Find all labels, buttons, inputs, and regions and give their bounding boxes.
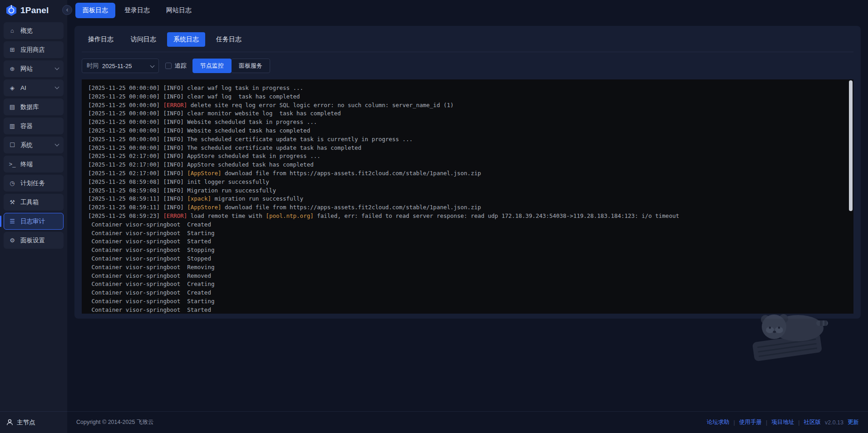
log-line: Container visor-springboot Starting [88, 229, 847, 238]
log-line: Container visor-springboot Stopped [88, 255, 847, 263]
log-line: Container visor-springboot Creating [88, 280, 847, 289]
sidebar-item-logs[interactable]: ☰日志审计 [4, 213, 64, 230]
log-lines: [2025-11-25 00:00:00] [INFO] clear waf l… [88, 84, 847, 314]
sidebar-item-label: 概览 [20, 27, 33, 35]
main-node-label: 主节点 [17, 418, 35, 427]
log-type-tab[interactable]: 操作日志 [82, 32, 120, 47]
sidebar-item-label: 面板设置 [20, 236, 45, 245]
log-terminal[interactable]: [2025-11-25 00:00:00] [INFO] clear waf l… [82, 79, 853, 314]
log-line: [2025-11-25 00:00:00] [ERROR] delete sit… [88, 101, 847, 110]
log-line: Container visor-springboot Starting [88, 297, 847, 306]
update-link[interactable]: 更新 [848, 418, 859, 426]
sidebar-item-toolbox[interactable]: ⚒工具箱 [4, 194, 64, 211]
sidebar-item-home[interactable]: ⌂概览 [4, 22, 64, 39]
sidebar-item-database[interactable]: ▤数据库 [4, 98, 64, 115]
logs-icon: ☰ [9, 218, 16, 225]
log-panel-card: 操作日志访问日志系统日志任务日志 时间 2025-11-25 追踪 节点监控面板… [74, 26, 861, 319]
log-line: Container visor-springboot Removed [88, 272, 847, 280]
terminal-icon: >_ [9, 161, 16, 167]
trace-option: 追踪 [165, 62, 187, 70]
header-tab[interactable]: 登录日志 [117, 3, 157, 18]
log-line: [2025-11-25 00:00:00] [INFO] clear waf l… [88, 84, 847, 93]
header-tabs-bar: ‹ 面板日志登录日志网站日志 [67, 0, 868, 20]
trace-checkbox[interactable] [165, 63, 172, 69]
sidebar-item-system[interactable]: ☐系统 [4, 137, 64, 153]
sidebar-item-label: 终端 [20, 160, 33, 168]
sidebar-item-schedule[interactable]: ◷计划任务 [4, 175, 64, 192]
filter-row: 时间 2025-11-25 追踪 节点监控面板服务 [82, 59, 853, 73]
log-line: [2025-11-25 00:00:00] [INFO] clear waf l… [88, 93, 847, 101]
log-line: [2025-11-25 00:00:00] [INFO] The schedul… [88, 135, 847, 144]
sidebar: 1Panel ⌂概览⊞应用商店⊕网站◈AI▤数据库▥容器☐系统>_终端◷计划任务… [0, 0, 67, 433]
log-line: Container visor-springboot Started [88, 237, 847, 246]
log-line: [2025-11-25 08:59:08] [INFO] init logger… [88, 178, 847, 187]
sidebar-item-label: 工具箱 [20, 198, 39, 207]
home-icon: ⌂ [9, 27, 16, 34]
version-text: v2.0.13 [825, 419, 843, 426]
sidebar-item-settings[interactable]: ⚙面板设置 [4, 232, 64, 249]
log-line: Container visor-springboot Created [88, 289, 847, 297]
log-line: Container visor-springboot Stopping [88, 246, 847, 255]
system-icon: ☐ [9, 142, 16, 148]
terminal-scrollbar [849, 80, 853, 313]
link-separator: | [766, 419, 767, 426]
log-line: [2025-11-25 00:00:00] [INFO] Website sch… [88, 118, 847, 127]
chevron-down-icon [55, 85, 59, 89]
log-type-tab[interactable]: 系统日志 [167, 32, 205, 47]
log-line: Container visor-springboot Removing [88, 263, 847, 272]
source-button-group: 节点监控面板服务 [193, 59, 270, 73]
brand-name: 1Panel [20, 5, 49, 15]
sidebar-item-label: 计划任务 [20, 179, 45, 187]
logo: 1Panel [0, 0, 67, 20]
1panel-logo-icon [5, 5, 17, 16]
store-icon: ⊞ [9, 46, 16, 53]
sidebar-item-globe[interactable]: ⊕网站 [4, 60, 64, 77]
footer-link[interactable]: 使用手册 [739, 418, 762, 426]
ai-icon: ◈ [9, 84, 16, 91]
sidebar-item-container[interactable]: ▥容器 [4, 118, 64, 134]
sidebar-item-ai[interactable]: ◈AI [4, 79, 64, 96]
log-line: Container visor-springboot Started [88, 306, 847, 314]
sidebar-item-label: AI [20, 84, 26, 91]
copyright-text: Copyright © 2014-2025 飞致云 [76, 418, 153, 426]
footer-link[interactable]: 社区版 [804, 418, 821, 426]
header-tab[interactable]: 面板日志 [75, 3, 115, 18]
log-line: [2025-11-25 08:59:08] [INFO] Migration r… [88, 187, 847, 195]
log-line: [2025-11-25 00:00:00] [INFO] The schedul… [88, 144, 847, 153]
source-button[interactable]: 节点监控 [192, 59, 232, 73]
globe-icon: ⊕ [9, 65, 16, 72]
sidebar-item-label: 系统 [20, 141, 33, 149]
app-root: 1Panel ⌂概览⊞应用商店⊕网站◈AI▤数据库▥容器☐系统>_终端◷计划任务… [0, 0, 868, 433]
main-node[interactable]: 主节点 [0, 411, 67, 433]
footer: Copyright © 2014-2025 飞致云 论坛求助|使用手册|项目地址… [67, 411, 868, 433]
sidebar-item-terminal[interactable]: >_终端 [4, 156, 64, 172]
toolbox-icon: ⚒ [9, 199, 16, 206]
schedule-icon: ◷ [9, 180, 16, 187]
link-separator: | [798, 419, 799, 426]
sidebar-item-label: 应用商店 [20, 46, 45, 54]
time-filter-select[interactable]: 时间 2025-11-25 [82, 59, 159, 73]
main-area: ‹ 面板日志登录日志网站日志 操作日志访问日志系统日志任务日志 时间 2025-… [67, 0, 868, 433]
log-type-tab[interactable]: 访问日志 [124, 32, 163, 47]
log-type-tab[interactable]: 任务日志 [210, 32, 248, 47]
header-tab[interactable]: 网站日志 [159, 3, 199, 18]
log-line: [2025-11-25 08:59:23] [ERROR] load remot… [88, 212, 847, 221]
source-button[interactable]: 面板服务 [231, 59, 270, 73]
user-icon [6, 419, 13, 426]
chevron-down-icon [55, 142, 59, 147]
footer-link[interactable]: 论坛求助 [707, 418, 730, 426]
time-filter-label: 时间 [87, 62, 99, 70]
footer-link[interactable]: 项目地址 [771, 418, 794, 426]
chevron-down-icon [55, 66, 59, 70]
sidebar-collapse-button[interactable]: ‹ [62, 5, 72, 15]
trace-label: 追踪 [175, 62, 187, 70]
sidebar-item-label: 数据库 [20, 103, 39, 111]
container-icon: ▥ [9, 123, 16, 129]
log-line: [2025-11-25 08:59:11] [INFO] [AppStore] … [88, 203, 847, 212]
log-line: [2025-11-25 00:00:00] [INFO] Website sch… [88, 127, 847, 135]
terminal-scrollbar-thumb[interactable] [849, 80, 853, 211]
log-line: [2025-11-25 00:00:00] [INFO] clear monit… [88, 109, 847, 118]
chevron-down-icon [150, 63, 155, 68]
sidebar-item-store[interactable]: ⊞应用商店 [4, 41, 64, 58]
sidebar-menu: ⌂概览⊞应用商店⊕网站◈AI▤数据库▥容器☐系统>_终端◷计划任务⚒工具箱☰日志… [0, 20, 67, 411]
